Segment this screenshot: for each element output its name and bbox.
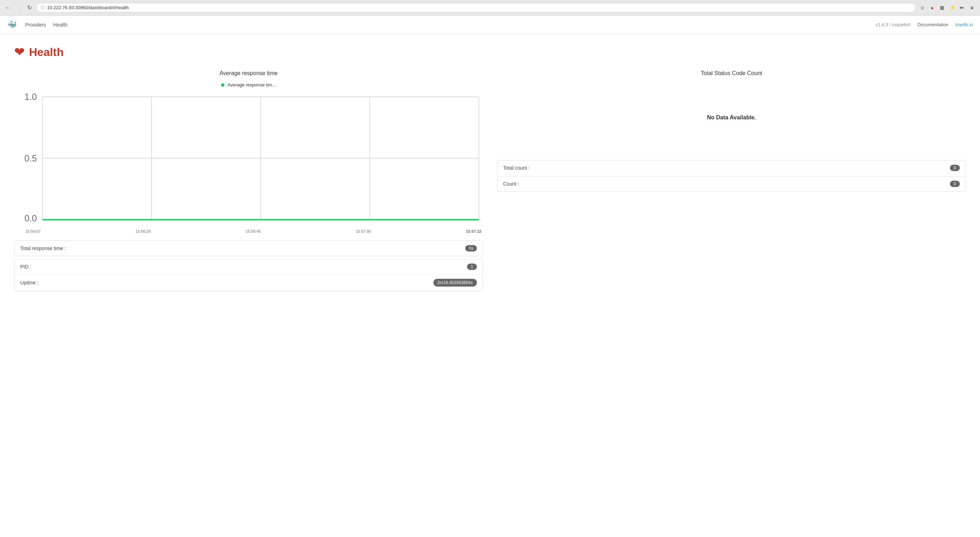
page-content: ❤ Health Average response time Average r… (0, 34, 980, 537)
stat-group-pid-uptime: PID : 1 Uptime : 2m16.603563854s (14, 259, 483, 291)
brand-icon: 🐳 (7, 20, 17, 29)
stat-total-response-label: Total response time : (20, 245, 66, 251)
docs-link[interactable]: Documentation (917, 22, 948, 27)
url-text: 10.222.76.93:30960/dashboard/#/health (47, 5, 129, 10)
stats-right: Total count : 0 Count : 0 (497, 160, 966, 192)
stat-total-count-label: Total count : (503, 165, 530, 171)
nav-providers[interactable]: Providers (25, 21, 46, 29)
svg-text:0.5: 0.5 (24, 153, 37, 163)
main-grid: Average response time Average response t… (14, 70, 966, 294)
x-label-3: 15:57:00 (356, 229, 371, 233)
left-section: Average response time Average response t… (14, 70, 483, 294)
stat-uptime: Uptime : 2m16.603563854s (14, 274, 482, 291)
stat-uptime-badge: 2m16.603563854s (433, 279, 477, 287)
version-text: v1.4.3 / roquefort (875, 22, 910, 27)
back-button[interactable]: ← (4, 4, 12, 12)
svg-text:1.0: 1.0 (24, 92, 37, 102)
x-label-0: 15:56:07 (25, 229, 41, 233)
stat-uptime-label: Uptime : (20, 280, 38, 285)
stat-count-badge: 0 (950, 181, 960, 187)
no-data-container: No Data Available. (497, 82, 966, 153)
navbar-right: v1.4.3 / roquefort Documentation traefik… (875, 22, 973, 27)
stat-pid-badge: 1 (467, 263, 477, 270)
stat-total-response-badge: 0s (465, 245, 477, 252)
opera-button[interactable]: ● (928, 4, 936, 12)
legend-dot (221, 83, 224, 87)
browser-actions: ☆ ● ⊞ ⚡ ✏ ≡ (918, 4, 976, 12)
stat-total-response: Total response time : 0s (14, 241, 483, 256)
forward-button[interactable]: → (15, 4, 23, 12)
star-button[interactable]: ☆ (918, 4, 926, 12)
chart-x-labels: 15:56:07 15:56:20 15:56:40 15:57:00 15:5… (14, 229, 483, 233)
x-label-2: 15:56:40 (246, 229, 261, 233)
stat-pid: PID : 1 (14, 259, 482, 274)
menu-button[interactable]: ≡ (968, 4, 976, 12)
heart-icon: ❤ (14, 45, 25, 59)
chart-container: Average response tim... 1.0 0.5 0.0 (14, 82, 483, 233)
ext-button3[interactable]: ✏ (958, 4, 966, 12)
traefik-link[interactable]: traefik.io (956, 22, 973, 27)
nav-health[interactable]: Health (53, 21, 67, 29)
browser-chrome: ← → ↻ ⓘ 10.222.76.93:30960/dashboard/#/h… (0, 0, 980, 16)
navbar: 🐳 Providers Health v1.4.3 / roquefort Do… (0, 16, 980, 34)
stat-total-count: Total count : 0 (497, 160, 966, 175)
right-section-title: Total Status Code Count (497, 70, 966, 76)
reload-button[interactable]: ↻ (25, 4, 33, 12)
x-label-1: 15:56:20 (135, 229, 151, 233)
navbar-links: Providers Health (25, 21, 875, 29)
legend-label: Average response tim... (227, 82, 276, 88)
chart-legend: Average response tim... (14, 82, 483, 88)
stat-pid-label: PID : (20, 264, 31, 269)
stat-count: Count : 0 (497, 176, 966, 192)
page-title-row: ❤ Health (14, 45, 966, 59)
left-section-title: Average response time (14, 70, 483, 76)
svg-text:0.0: 0.0 (24, 213, 37, 223)
chart-wrapper: 1.0 0.5 0.0 (14, 90, 483, 233)
address-bar[interactable]: ⓘ 10.222.76.93:30960/dashboard/#/health (36, 3, 916, 13)
lock-icon: ⓘ (41, 5, 45, 11)
stat-count-label: Count : (503, 181, 519, 186)
ext-button2[interactable]: ⚡ (948, 4, 956, 12)
stats-left: Total response time : 0s PID : 1 Uptime … (14, 241, 483, 291)
right-section: Total Status Code Count No Data Availabl… (497, 70, 966, 294)
page-title: Health (29, 46, 64, 59)
x-label-4: 15:57:22 (466, 229, 482, 233)
stat-total-count-badge: 0 (950, 165, 960, 171)
no-data-text: No Data Available. (707, 115, 756, 121)
ext-button1[interactable]: ⊞ (938, 4, 946, 12)
chart-svg: 1.0 0.5 0.0 (14, 90, 483, 228)
